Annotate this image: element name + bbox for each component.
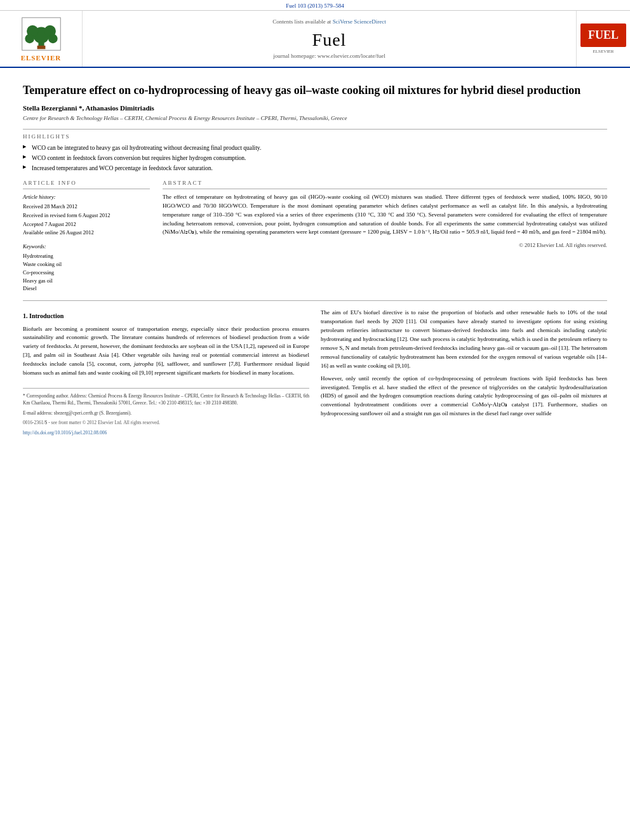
affiliation: Centre for Research & Technology Hellas … — [23, 114, 607, 123]
keywords-label: Keywords: — [23, 243, 150, 251]
elsevier-logo-area: ELSEVIER — [0, 11, 83, 67]
journal-header: ELSEVIER Contents lists available at Sci… — [0, 11, 630, 68]
intro-para-3: However, only until recently the option … — [321, 375, 607, 419]
body-col-right: The aim of EU's biofuel directive is to … — [321, 309, 607, 436]
intro-para-2: The aim of EU's biofuel directive is to … — [321, 309, 607, 371]
journal-name: Fuel — [312, 30, 347, 50]
abstract-col: ABSTRACT The effect of temperature on hy… — [163, 180, 607, 293]
svg-rect-6 — [37, 45, 45, 49]
authors-text: Stella Bezergianni *, Athanasios Dimitri… — [23, 104, 154, 112]
keywords-block: Keywords: Hydrotreating Waste cooking oi… — [23, 243, 150, 293]
article-history: Article history: Received 28 March 2012 … — [23, 193, 150, 237]
citation-bar: Fuel 103 (2013) 579–584 — [0, 0, 630, 11]
elsevier-label: ELSEVIER — [19, 54, 64, 62]
authors: Stella Bezergianni *, Athanasios Dimitri… — [23, 104, 607, 112]
journal-homepage: journal homepage: www.elsevier.com/locat… — [273, 53, 385, 59]
article-info-col: ARTICLE INFO Article history: Received 2… — [23, 180, 150, 293]
footer-doi: http://dx.doi.org/10.1016/j.fuel.2012.08… — [23, 429, 309, 437]
highlight-2: WCO content in feedstock favors conversi… — [23, 154, 607, 163]
page-wrapper: Fuel 103 (2013) 579–584 ELSEVIER — [0, 0, 630, 446]
doi-link[interactable]: http://dx.doi.org/10.1016/j.fuel.2012.08… — [23, 430, 107, 436]
highlights-divider — [23, 129, 607, 130]
copyright-line: © 2012 Elsevier Ltd. All rights reserved… — [163, 242, 607, 248]
sciverse-line: Contents lists available at SciVerse Sci… — [272, 18, 386, 25]
abstract-divider — [163, 189, 607, 189]
keyword-2: Waste cooking oil — [23, 260, 150, 269]
received-date: Received 28 March 2012 — [23, 203, 150, 211]
intro-para-1: Biofuels are becoming a prominent source… — [23, 325, 309, 378]
footnote-area: * Corresponding author. Address: Chemica… — [23, 388, 309, 436]
revised-date: Received in revised form 6 August 2012 — [23, 211, 150, 220]
keyword-4: Heavy gas oil — [23, 277, 150, 285]
info-abstract-section: ARTICLE INFO Article history: Received 2… — [23, 180, 607, 293]
svg-point-5 — [48, 34, 58, 43]
highlights-label: HIGHLIGHTS — [23, 133, 607, 140]
available-date: Available online 26 August 2012 — [23, 229, 150, 237]
highlights-list: WCO can be integrated to heavy gas oil h… — [23, 143, 607, 173]
fuel-logo-subtitle: ELSEVIER — [580, 49, 626, 54]
footnote-star-text: * Corresponding author. Address: Chemica… — [23, 392, 309, 407]
history-title: Article history: — [23, 193, 150, 202]
footer-issn: 0016-2361/$ - see front matter © 2012 El… — [23, 419, 309, 427]
highlight-3: Increased temperatures and WCO percentag… — [23, 164, 607, 173]
article-title: Temperature effect on co-hydroprocessing… — [23, 83, 607, 98]
abstract-text: The effect of temperature on hydrotreati… — [163, 193, 607, 237]
abstract-label: ABSTRACT — [163, 180, 607, 186]
sciverse-text: Contents lists available at — [272, 18, 331, 25]
sciverse-link[interactable]: SciVerse ScienceDirect — [333, 18, 386, 25]
citation-text: Fuel 103 (2013) 579–584 — [286, 3, 344, 9]
article-content: Temperature effect on co-hydroprocessing… — [0, 68, 630, 446]
article-info-divider — [23, 189, 150, 189]
keyword-5: Diesel — [23, 284, 150, 293]
keyword-3: Co-processing — [23, 269, 150, 277]
body-section: 1. Introduction Biofuels are becoming a … — [23, 300, 607, 436]
fuel-logo: FUEL — [580, 23, 626, 47]
highlight-1: WCO can be integrated to heavy gas oil h… — [23, 143, 607, 152]
footnote-email: E-mail address: sbezerg@cperi.certh.gr (… — [23, 410, 309, 417]
keyword-1: Hydrotreating — [23, 252, 150, 260]
elsevier-tree-icon — [19, 17, 64, 51]
intro-heading: 1. Introduction — [23, 311, 309, 321]
journal-info-center: Contents lists available at SciVerse Sci… — [83, 11, 576, 67]
issn-text: 0016-2361/$ - see front matter © 2012 El… — [23, 420, 160, 425]
fuel-logo-area: FUEL ELSEVIER — [576, 11, 630, 67]
svg-point-4 — [25, 34, 34, 43]
elsevier-logo: ELSEVIER — [19, 17, 64, 62]
article-info-label: ARTICLE INFO — [23, 180, 150, 186]
accepted-date: Accepted 7 August 2012 — [23, 220, 150, 229]
body-col-left: 1. Introduction Biofuels are becoming a … — [23, 309, 309, 436]
